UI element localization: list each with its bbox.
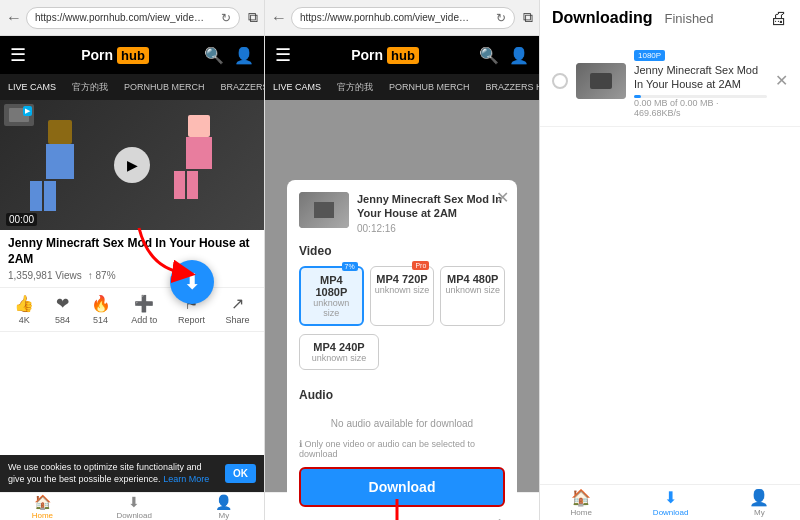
url-text-2: https://www.pornhub.com/view_video.php?v…	[300, 12, 470, 23]
fire-icon-1: 🔥	[91, 294, 111, 313]
cookie-ok-btn-1[interactable]: OK	[225, 464, 256, 483]
p3-home-icon: 🏠	[571, 488, 591, 507]
p3-nav-home[interactable]: 🏠 Home	[571, 488, 592, 517]
share-icon-1: ↗	[231, 294, 244, 313]
modal-header: Jenny Minecraft Sex Mod In Your House at…	[299, 192, 505, 234]
url-box-1[interactable]: https://www.pornhub.com/view_video.php?v…	[26, 7, 240, 29]
download-item-radio[interactable]	[552, 73, 568, 89]
url-box-2[interactable]: https://www.pornhub.com/view_video.php?v…	[291, 7, 515, 29]
back-button-2[interactable]: ←	[271, 9, 287, 27]
fire-count-1: 514	[93, 315, 108, 325]
ph-header-icons-1: 🔍 👤	[204, 46, 254, 65]
download-btn[interactable]: Download	[299, 467, 505, 507]
download-circle-overlay[interactable]: ⬇	[170, 260, 214, 304]
p3-nav-my[interactable]: 👤 My	[749, 488, 769, 517]
modal-video-duration: 00:12:16	[357, 223, 505, 234]
modal-title-area: Jenny Minecraft Sex Mod In Your House at…	[357, 192, 505, 234]
download-progress-text: 0.00 MB of 0.00 MB · 469.68KB/s	[634, 98, 767, 118]
add-label-1: Add to	[131, 315, 157, 325]
quality-1080p-label: MP4 1080P	[305, 274, 358, 298]
nav-merch-1[interactable]: PORNHUB MERCH	[116, 74, 213, 100]
menu-icon-2[interactable]: ☰	[275, 44, 291, 66]
p3-home-label: Home	[571, 508, 592, 517]
tab-switcher-2[interactable]: ⧉	[523, 9, 533, 26]
action-fire-1[interactable]: 🔥 514	[91, 294, 111, 325]
quality-720p[interactable]: Pro MP4 720P unknown size	[370, 266, 435, 326]
modal-video-title: Jenny Minecraft Sex Mod In Your House at…	[357, 192, 505, 221]
download-icon-1: ⬇	[128, 494, 140, 510]
nav-merch-2[interactable]: PORNHUB MERCH	[381, 74, 478, 100]
quality-240p-size: unknown size	[308, 353, 370, 363]
panel3-bottom-nav: 🏠 Home ⬇ Download 👤 My	[540, 484, 800, 520]
address-bar-1: ← https://www.pornhub.com/view_video.php…	[0, 0, 264, 36]
play-button-1[interactable]: ▶	[114, 147, 150, 183]
nav-live-cams-2[interactable]: LIVE CAMS	[265, 74, 329, 100]
home-icon-1: 🏠	[34, 494, 51, 510]
mc-character-left	[30, 120, 90, 200]
download-circle-btn-1[interactable]: ⬇	[170, 260, 214, 304]
url-text-1: https://www.pornhub.com/view_video.php?v…	[35, 12, 205, 23]
panel-2: ← https://www.pornhub.com/view_video.php…	[265, 0, 540, 520]
modal-thumb	[299, 192, 349, 228]
reload-icon-1[interactable]: ↻	[221, 11, 231, 25]
notice-icon: ℹ	[299, 439, 302, 449]
quality-240p[interactable]: MP4 240P unknown size	[299, 334, 379, 370]
p3-my-label: My	[754, 508, 765, 517]
printer-icon[interactable]: 🖨	[770, 8, 788, 29]
quality-480p-label: MP4 480P	[445, 273, 500, 285]
back-button-1[interactable]: ←	[6, 9, 22, 27]
quality-720p-label: MP4 720P	[375, 273, 430, 285]
ph-header-1: ☰ Pornhub 🔍 👤	[0, 36, 264, 74]
video-info-1: Jenny Minecraft Sex Mod In Your House at…	[0, 230, 264, 287]
bottom-nav-home-1[interactable]: 🏠 Home	[32, 494, 53, 520]
no-audio-text: No audio available for download	[299, 408, 505, 439]
logo-hub-1: hub	[117, 47, 149, 64]
quality-1080p[interactable]: 7% MP4 1080P unknown size	[299, 266, 364, 326]
nav-brazzers-2[interactable]: BRAZZERS HD	[478, 74, 539, 100]
nav-brazzers-1[interactable]: BRAZZERS HD	[213, 74, 264, 100]
bottom-nav-my-label-1: My	[218, 511, 229, 520]
menu-icon-1[interactable]: ☰	[10, 44, 26, 66]
modal-close-btn[interactable]: ✕	[496, 188, 509, 207]
reload-icon-2[interactable]: ↻	[496, 11, 506, 25]
p3-nav-download[interactable]: ⬇ Download	[653, 488, 689, 517]
ph-nav-2: LIVE CAMS 官方的我 PORNHUB MERCH BRAZZERS HD	[265, 74, 539, 100]
bottom-nav-my-1[interactable]: 👤 My	[215, 494, 232, 520]
quality-480p-size: unknown size	[445, 285, 500, 295]
ph-header-icons-2: 🔍 👤	[479, 46, 529, 65]
action-share-1[interactable]: ↗ Share	[226, 294, 250, 325]
nav-live-cams-1[interactable]: LIVE CAMS	[0, 74, 64, 100]
panel-3: Downloading Finished 🖨 1080P Jenny Minec…	[540, 0, 800, 520]
bottom-nav-download-label-1: Download	[116, 511, 152, 520]
nav-official-1[interactable]: 官方的我	[64, 74, 116, 100]
search-icon-1[interactable]: 🔍	[204, 46, 224, 65]
quality-grid: 7% MP4 1080P unknown size Pro MP4 720P u…	[299, 266, 505, 326]
like-icon-1: 👍	[14, 294, 34, 313]
download-item-close-btn[interactable]: ✕	[775, 71, 788, 90]
video-area-1[interactable]: ▶ ▶ 00:00	[0, 100, 264, 230]
ph-logo-2: Pornhub	[351, 47, 419, 64]
cookie-link-1[interactable]: Learn More	[163, 474, 209, 484]
my-icon-1: 👤	[215, 494, 232, 510]
p3-download-label: Download	[653, 508, 689, 517]
mc-character-right	[174, 115, 224, 195]
p3-my-icon: 👤	[749, 488, 769, 507]
tab-switcher-1[interactable]: ⧉	[248, 9, 258, 26]
bottom-nav-download-1[interactable]: ⬇ Download	[116, 494, 152, 520]
add-icon-1: ➕	[134, 294, 154, 313]
nav-official-2[interactable]: 官方的我	[329, 74, 381, 100]
action-add-1[interactable]: ➕ Add to	[131, 294, 157, 325]
cookie-text-1: We use cookies to optimize site function…	[8, 461, 217, 486]
quality-720p-badge: Pro	[412, 261, 429, 270]
logo-hub-2: hub	[387, 47, 419, 64]
video-views-1: 1,359,981 Views	[8, 270, 82, 281]
user-icon-1[interactable]: 👤	[234, 46, 254, 65]
download-notice: ℹ Only one video or audio can be selecte…	[299, 439, 505, 459]
search-icon-2[interactable]: 🔍	[479, 46, 499, 65]
ph-logo-1: Pornhub	[81, 47, 149, 64]
user-icon-2[interactable]: 👤	[509, 46, 529, 65]
action-heart-1[interactable]: ❤ 584	[55, 294, 70, 325]
bottom-nav-home-label-1: Home	[32, 511, 53, 520]
quality-480p[interactable]: MP4 480P unknown size	[440, 266, 505, 326]
action-like-1[interactable]: 👍 4K	[14, 294, 34, 325]
